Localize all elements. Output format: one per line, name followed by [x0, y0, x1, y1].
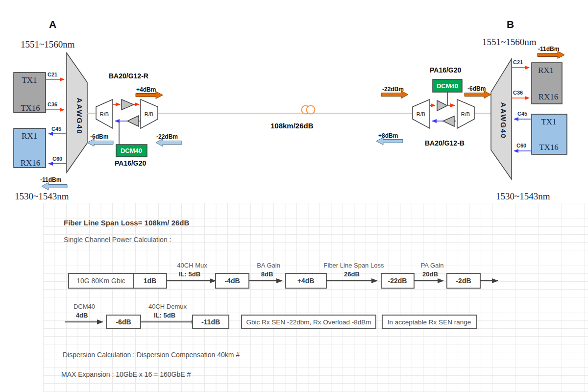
calc-box-minus11-text: -11dB: [201, 318, 220, 326]
calc-step-span-name: Fiber Line Span Loss: [324, 262, 384, 269]
calc-step-dcm-value: 4dB: [76, 312, 88, 319]
site-a-tomux-power-label: -6dBm: [90, 133, 108, 140]
site-b-c45-label: C45: [517, 111, 527, 117]
calc-step-span-value: 26dB: [344, 270, 360, 278]
site-b-tx1: TX1: [541, 117, 556, 126]
calc-source-text: 10G 80Km Gbic: [76, 277, 125, 285]
calc-box-minus6-text: -6dB: [116, 318, 131, 326]
site-a-ba-label: BA20/G12-R: [109, 72, 148, 80]
site-a-booster-amp-triangle: [122, 99, 134, 110]
site-b-mux-label: AAWG40: [499, 102, 508, 139]
site-a-fiberin-power-label: -22dBm: [156, 133, 178, 140]
site-a-tx-power-label: +4dBm: [136, 86, 156, 93]
calc-box-plus4-text: +4dB: [297, 277, 315, 285]
site-b-ba-label: BA20/G12-B: [425, 139, 465, 147]
calc-box-minus4-text: -4dB: [224, 277, 240, 285]
site-a-preamp-triangle: [127, 116, 139, 126]
site-b-booster-amp-triangle: [443, 116, 454, 126]
site-a-mux-label: AAWG40: [75, 98, 84, 134]
site-a-tx16: TX16: [21, 103, 40, 113]
site-b-label: B: [507, 19, 514, 30]
calc-note-range-text: In acceptable Rx SEN range: [388, 318, 471, 326]
site-a-c60-label: C60: [52, 156, 62, 162]
site-a-c21-label: C21: [48, 72, 57, 77]
site-b-band-top: 1551~1560nm: [482, 37, 537, 47]
calc-box-minus22-text: -22dB: [388, 277, 407, 285]
site-b: B 1551~1560nm -11dBm RX1 RX16 TX1 TX16 A…: [376, 19, 567, 201]
site-a-label: A: [49, 19, 56, 30]
site-b-fiberin-power-label: -22dBm: [382, 86, 404, 93]
site-a-rb-right-label: R/B: [145, 111, 153, 117]
site-a-c45-label: C45: [51, 126, 61, 132]
calc-dispersion-line: Dispersion Calculation : Dispersion Comp…: [63, 351, 240, 359]
calc-note-sen-text: Gbic Rx SEN -22dbm, Rx Overload -8dBm: [246, 318, 371, 326]
site-b-tx16: TX16: [539, 143, 559, 152]
site-b-rx16: RX16: [539, 92, 559, 101]
site-b-preamp-triangle: [437, 100, 447, 111]
site-a-band-top: 1551~1560nm: [21, 39, 75, 49]
site-a-band-bottom: 1530~1543nm: [15, 191, 69, 201]
site-b-rb-left-label: R/B: [416, 111, 425, 117]
site-b-rb-right-label: R/B: [461, 111, 470, 117]
calc-step-pa-name: PA Gain: [421, 262, 444, 269]
calc-step-ba-value: 8dB: [261, 270, 273, 278]
site-a-rx-power-label: -11dBm: [40, 176, 61, 183]
site-a-pa-label: PA16/G20: [115, 159, 147, 167]
calc-title: Fiber Line Span Loss= 108km/ 26dB: [64, 219, 190, 227]
site-b-band-bottom: 1530~1543nm: [496, 191, 550, 201]
site-b-rx-power-label: -11dBm: [538, 46, 559, 52]
diagram-svg: A 1551~1560nm TX1 TX16 RX1 RX16 AAWG40 C…: [0, 0, 588, 392]
site-a-dcm-label: DCM40: [121, 147, 142, 154]
site-a-rb-left-label: R/B: [100, 111, 109, 117]
site-a-rx-power-arrow: [42, 183, 67, 190]
calc-step-ba-name: BA Gain: [257, 262, 280, 269]
site-a-rx1: RX1: [22, 131, 37, 141]
fiber-coil-icon: [307, 106, 315, 114]
calc-step-mux-value: IL: 5dB: [179, 270, 200, 278]
site-b-dcm-label: DCM40: [437, 82, 458, 90]
calc-step-pa-value: 20dB: [422, 270, 438, 278]
dwdm-link-diagram: A 1551~1560nm TX1 TX16 RX1 RX16 AAWG40 C…: [0, 0, 588, 392]
site-a-c36-label: C36: [48, 101, 57, 107]
site-a-rx16: RX16: [21, 158, 41, 168]
fiber-span-label: 108km/26dB: [270, 122, 314, 130]
calc-step-mux-name: 40CH Mux: [177, 262, 207, 269]
site-b-pa-label: PA16/G20: [430, 66, 462, 74]
calc-expansion-line: MAX Expansion : 10GbE x 16 = 160GbE #: [61, 370, 191, 378]
site-a-tx1: TX1: [22, 75, 37, 85]
calc-box-minus2-text: -2dB: [456, 277, 471, 285]
site-b-c36-label: C36: [513, 90, 523, 96]
calc-step-demux-name: 40CH Demux: [148, 303, 187, 310]
site-b-c21-label: C21: [513, 59, 523, 65]
calc-step-demux-value: IL: 5dB: [154, 312, 175, 319]
calc-box-1db-text: 1dB: [144, 277, 156, 285]
power-calculation: Fiber Line Span Loss= 108km/ 26dB Single…: [61, 219, 498, 378]
calc-step-dcm-name: DCM40: [74, 303, 95, 310]
calc-subtitle: Single Channel Power Calculation :: [64, 236, 171, 244]
site-b-tx-power-label: +8dBm: [378, 132, 398, 139]
site-b-rx1: RX1: [538, 66, 554, 75]
site-b-c60-label: C60: [516, 143, 526, 148]
site-b-tomux-power-label: -6dBm: [467, 85, 486, 92]
site-a: A 1551~1560nm TX1 TX16 RX1 RX16 AAWG40 C…: [14, 19, 182, 201]
